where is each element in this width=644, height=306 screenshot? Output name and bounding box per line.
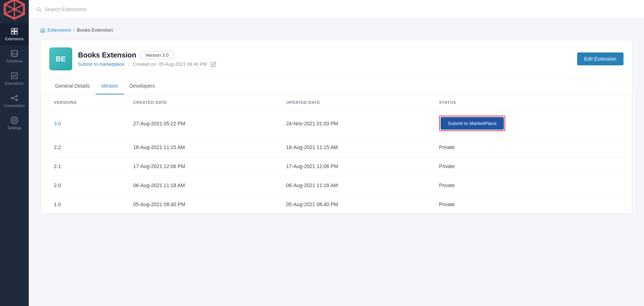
- extension-avatar: BE: [49, 47, 72, 70]
- table-row: 2.117-Aug-2021 12:06 PM17-Aug-2021 12:06…: [50, 157, 623, 176]
- col-versions: VERSIONS: [50, 94, 129, 109]
- cell-created-date: 05-Aug-2021 08:40 PM: [129, 195, 282, 214]
- svg-point-8: [16, 96, 18, 97]
- sidebar-item-functions[interactable]: f(x) Functions: [0, 45, 29, 68]
- status-private-label: Private: [439, 144, 455, 150]
- submit-button-highlight: Submit to MarketPlace: [439, 116, 505, 131]
- tab-developers[interactable]: Developers: [124, 78, 161, 94]
- breadcrumb-separator: /: [73, 27, 75, 33]
- extension-header-left: BE Books Extension Version 3.0 Submit to…: [49, 47, 216, 70]
- cell-created-date: 27-Aug-2021 05:22 PM: [129, 109, 282, 138]
- status-private-label: Private: [439, 163, 455, 169]
- svg-text:f(x): f(x): [12, 52, 17, 56]
- svg-line-14: [40, 10, 41, 12]
- sidebar-navigation: Extensions f(x) Functions Executions: [0, 23, 29, 134]
- tab-version[interactable]: Version: [96, 78, 124, 94]
- extension-name: Books Extension: [78, 51, 136, 59]
- col-status: STATUS: [435, 94, 623, 109]
- table-row: 2.006-Aug-2021 11:18 AM06-Aug-2021 11:18…: [50, 176, 623, 195]
- submit-to-marketplace-link[interactable]: Submit to marketplace: [78, 61, 124, 67]
- cell-status: Submit to MarketPlace: [435, 109, 623, 138]
- sidebar-item-executions[interactable]: Executions: [0, 68, 29, 90]
- sidebar-item-connections[interactable]: Connections: [0, 90, 29, 112]
- sidebar-item-extensions[interactable]: Extensions: [0, 23, 29, 45]
- functions-label: Functions: [6, 59, 23, 63]
- cell-version: 2.1: [50, 157, 129, 176]
- extension-header: BE Books Extension Version 3.0 Submit to…: [41, 40, 632, 78]
- cell-created-date: 18-Aug-2021 11:15 AM: [129, 138, 282, 157]
- cell-status: Private: [435, 138, 623, 157]
- svg-point-7: [12, 97, 13, 99]
- app-logo-icon: [0, 0, 29, 25]
- version-badge: Version 3.0: [141, 51, 173, 59]
- settings-icon: [10, 116, 18, 124]
- main-content: Extensions / Books Extension BE Books Ex…: [29, 0, 644, 306]
- svg-line-10: [13, 96, 16, 98]
- sidebar: Extensions f(x) Functions Executions: [0, 0, 29, 306]
- executions-icon: [10, 72, 18, 80]
- table-row: 2.218-Aug-2021 11:15 AM18-Aug-2021 11:15…: [50, 138, 623, 157]
- extensions-icon: [10, 27, 18, 35]
- svg-line-11: [13, 98, 16, 100]
- extension-section: BE Books Extension Version 3.0 Submit to…: [40, 40, 632, 214]
- cell-status: Private: [435, 195, 623, 214]
- version-link[interactable]: 3.0: [54, 121, 61, 126]
- tabs-bar: General Details Version Developers: [41, 78, 632, 94]
- svg-rect-1: [15, 28, 17, 31]
- status-private-label: Private: [439, 182, 455, 188]
- svg-rect-3: [15, 32, 17, 34]
- settings-label: Settings: [8, 126, 21, 130]
- svg-rect-0: [12, 28, 14, 31]
- search-icon: [36, 6, 42, 12]
- cell-created-date: 06-Aug-2021 11:18 AM: [129, 176, 282, 195]
- cell-updated-date: 06-Aug-2021 11:18 AM: [282, 176, 435, 195]
- svg-point-13: [37, 7, 40, 10]
- cell-status: Private: [435, 157, 623, 176]
- status-private-label: Private: [439, 201, 455, 207]
- col-updated-date: UPDATED DATE: [282, 94, 435, 109]
- cell-updated-date: 17-Aug-2021 12:06 PM: [282, 157, 435, 176]
- table-header: VERSIONS CREATED DATE UPDATED DATE STATU…: [50, 94, 623, 109]
- versions-table: VERSIONS CREATED DATE UPDATED DATE STATU…: [50, 94, 623, 214]
- cell-version: 2.0: [50, 176, 129, 195]
- extension-info: Books Extension Version 3.0 Submit to ma…: [78, 51, 216, 67]
- connections-label: Connections: [4, 103, 25, 108]
- table-body: 3.027-Aug-2021 05:22 PM24-Nov-2021 01:03…: [50, 109, 623, 214]
- cell-updated-date: 18-Aug-2021 11:15 AM: [282, 138, 435, 157]
- page-area: Extensions / Books Extension BE Books Ex…: [29, 19, 644, 306]
- tab-general-details[interactable]: General Details: [49, 78, 96, 94]
- breadcrumb-current-page: Books Extension: [77, 27, 113, 33]
- svg-rect-2: [12, 32, 14, 34]
- cell-created-date: 17-Aug-2021 12:06 PM: [129, 157, 282, 176]
- extension-title-row: Books Extension Version 3.0: [78, 51, 216, 59]
- submit-to-marketplace-button[interactable]: Submit to MarketPlace: [441, 117, 504, 130]
- connections-icon: [10, 94, 18, 102]
- table-row: 3.027-Aug-2021 05:22 PM24-Nov-2021 01:03…: [50, 109, 623, 138]
- versions-content-panel: VERSIONS CREATED DATE UPDATED DATE STATU…: [41, 94, 632, 214]
- cell-updated-date: 24-Nov-2021 01:03 PM: [282, 109, 435, 138]
- breadcrumb-extensions-link[interactable]: Extensions: [47, 27, 71, 33]
- breadcrumb: Extensions / Books Extension: [40, 27, 632, 33]
- cell-version: 2.2: [50, 138, 129, 157]
- cell-version: 1.0: [50, 195, 129, 214]
- functions-icon: f(x): [10, 50, 18, 57]
- edit-pencil-button[interactable]: [211, 61, 216, 67]
- topbar: [29, 0, 644, 19]
- svg-point-12: [13, 119, 15, 121]
- pencil-icon: [211, 61, 216, 67]
- svg-point-9: [16, 99, 18, 101]
- breadcrumb-home-icon[interactable]: [40, 28, 45, 33]
- extensions-label: Extensions: [5, 37, 23, 41]
- cell-version: 3.0: [50, 109, 129, 138]
- created-date: Created on: 05-Aug-2021 08:40 PM: [133, 61, 207, 67]
- edit-extension-button[interactable]: Edit Extension: [577, 52, 624, 65]
- meta-separator: |: [128, 61, 129, 67]
- sidebar-item-settings[interactable]: Settings: [0, 112, 29, 134]
- col-created-date: CREATED DATE: [129, 94, 282, 109]
- extension-meta: Submit to marketplace | Created on: 05-A…: [78, 61, 216, 67]
- sidebar-logo: [0, 0, 29, 22]
- table-row: 1.005-Aug-2021 08:40 PM05-Aug-2021 08:40…: [50, 195, 623, 214]
- search-wrapper: [36, 6, 152, 12]
- executions-label: Executions: [5, 81, 23, 85]
- search-input[interactable]: [45, 6, 152, 12]
